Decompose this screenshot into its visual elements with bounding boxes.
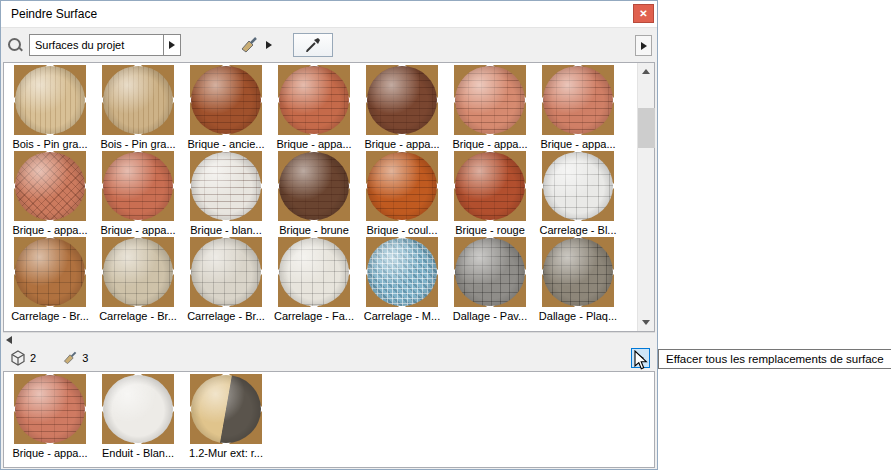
- material-preview: [366, 65, 438, 135]
- material-item[interactable]: Brique - appa...: [446, 65, 534, 151]
- material-sphere: [279, 66, 349, 134]
- catalog-flyout-button[interactable]: [635, 35, 652, 56]
- scrollbar-track[interactable]: [638, 80, 654, 314]
- material-label: Brique - appa...: [452, 138, 527, 150]
- material-preview: [366, 237, 438, 307]
- material-sphere: [367, 238, 437, 306]
- surface-catalog-grid: Bois - Pin gra... Bois - Pin gra... Briq…: [4, 63, 637, 331]
- material-sphere: [543, 66, 613, 134]
- overrides-panel: Brique - appa... Enduit - Blan... 1.2-Mu…: [3, 371, 655, 468]
- material-sphere: [367, 152, 437, 220]
- material-preview: [190, 237, 262, 307]
- surface-source-flyout-button[interactable]: [163, 35, 180, 55]
- collapse-icon: [6, 336, 12, 344]
- material-item[interactable]: Bois - Pin gra...: [6, 65, 94, 151]
- search-icon: [7, 37, 23, 53]
- scroll-up-icon: [642, 69, 650, 74]
- material-preview: [190, 151, 262, 221]
- model-surface-count: 2: [10, 350, 36, 366]
- material-item[interactable]: Dallage - Pav...: [446, 237, 534, 323]
- material-sphere: [15, 238, 85, 306]
- material-sphere: [103, 238, 173, 306]
- material-item[interactable]: Enduit - Blan...: [94, 374, 182, 460]
- material-preview: [14, 151, 86, 221]
- paint-tool-flyout-button[interactable]: [263, 34, 275, 56]
- material-label: Carrelage - Br...: [99, 310, 177, 322]
- material-item[interactable]: Brique - appa...: [6, 374, 94, 460]
- material-item[interactable]: Brique - brune: [270, 151, 358, 237]
- material-item[interactable]: Dallage - Plaq...: [534, 237, 622, 323]
- material-preview: [366, 151, 438, 221]
- paint-tool-button[interactable]: [237, 33, 261, 57]
- material-preview: [454, 237, 526, 307]
- material-label: Dallage - Pav...: [453, 310, 527, 322]
- surface-catalog-panel: Bois - Pin gra... Bois - Pin gra... Briq…: [3, 62, 655, 332]
- material-preview: [102, 65, 174, 135]
- material-preview: [102, 237, 174, 307]
- material-item[interactable]: Carrelage - M...: [358, 237, 446, 323]
- override-surface-count: 3: [62, 350, 88, 366]
- material-item[interactable]: Brique - appa...: [358, 65, 446, 151]
- overrides-toolbar: 2 3: [3, 345, 655, 371]
- scroll-up-button[interactable]: [638, 63, 654, 80]
- tooltip: Effacer tous les remplacements de surfac…: [658, 349, 891, 369]
- material-item[interactable]: Brique - appa...: [534, 65, 622, 151]
- material-sphere: [103, 152, 173, 220]
- material-item[interactable]: Brique - coul...: [358, 151, 446, 237]
- close-button[interactable]: ✕: [633, 4, 654, 23]
- material-label: Brique - coul...: [367, 224, 438, 236]
- material-preview: [190, 374, 262, 444]
- material-label: Brique - rouge: [455, 224, 525, 236]
- overrides-grid: Brique - appa... Enduit - Blan... 1.2-Mu…: [4, 372, 654, 467]
- material-sphere: [543, 238, 613, 306]
- eyedropper-icon: [303, 35, 323, 55]
- material-label: Enduit - Blan...: [102, 447, 174, 459]
- material-item[interactable]: Brique - blan...: [182, 151, 270, 237]
- material-sphere: [455, 152, 525, 220]
- material-item[interactable]: Carrelage - Bl...: [534, 151, 622, 237]
- material-sphere: [367, 66, 437, 134]
- material-item[interactable]: Carrelage - Br...: [94, 237, 182, 323]
- panel-splitter[interactable]: [3, 332, 655, 345]
- surface-source-value: Surfaces du projet: [30, 35, 163, 55]
- material-preview: [454, 65, 526, 135]
- material-label: Brique - brune: [279, 224, 349, 236]
- material-preview: [278, 151, 350, 221]
- material-item[interactable]: Carrelage - Br...: [6, 237, 94, 323]
- paint-tool-icon: [239, 35, 259, 55]
- material-item[interactable]: Brique - ancie...: [182, 65, 270, 151]
- material-preview: [542, 237, 614, 307]
- eyedropper-button[interactable]: [293, 33, 333, 57]
- material-sphere: [191, 66, 261, 134]
- cube-icon: [10, 350, 26, 366]
- scrollbar-thumb[interactable]: [638, 108, 655, 148]
- tooltip-text: Effacer tous les remplacements de surfac…: [666, 353, 884, 365]
- material-preview: [102, 151, 174, 221]
- material-item[interactable]: Carrelage - Br...: [182, 237, 270, 323]
- material-item[interactable]: Bois - Pin gra...: [94, 65, 182, 151]
- material-preview: [542, 151, 614, 221]
- paint-tool-icon: [62, 350, 78, 366]
- material-sphere: [543, 152, 613, 220]
- material-sphere: [15, 66, 85, 134]
- flyout-arrow-icon: [266, 41, 272, 49]
- scroll-down-button[interactable]: [638, 314, 654, 331]
- material-item[interactable]: Brique - appa...: [94, 151, 182, 237]
- titlebar: Peindre Surface ✕: [1, 1, 657, 28]
- material-item[interactable]: 1.2-Mur ext: r...: [182, 374, 270, 460]
- material-sphere: [15, 375, 85, 443]
- material-item[interactable]: Brique - rouge: [446, 151, 534, 237]
- toolbar: Surfaces du projet: [1, 28, 657, 62]
- material-sphere: [455, 66, 525, 134]
- vertical-scrollbar[interactable]: [637, 63, 654, 331]
- material-sphere: [103, 375, 173, 443]
- material-item[interactable]: Carrelage - Fa...: [270, 237, 358, 323]
- window-title: Peindre Surface: [11, 7, 97, 21]
- material-item[interactable]: Brique - appa...: [6, 151, 94, 237]
- scroll-down-icon: [642, 320, 650, 325]
- material-sphere: [15, 152, 85, 220]
- material-item[interactable]: Brique - appa...: [270, 65, 358, 151]
- surface-source-combo[interactable]: Surfaces du projet: [29, 34, 181, 56]
- material-label: Bois - Pin gra...: [100, 138, 175, 150]
- material-preview: [14, 237, 86, 307]
